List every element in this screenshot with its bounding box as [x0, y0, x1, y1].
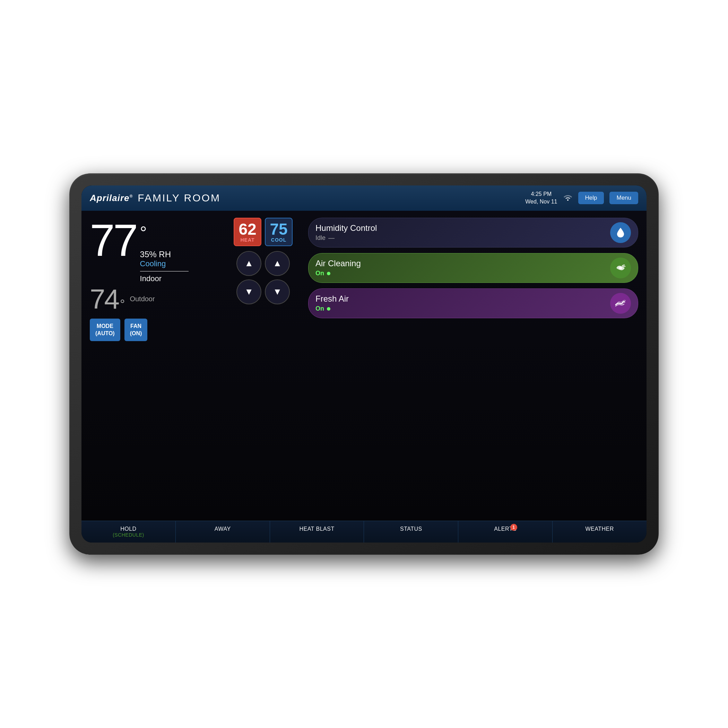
header-bar: Aprilaire® FAMILY ROOM 4:25 PM Wed, Nov … — [81, 185, 647, 211]
air-cleaning-card[interactable]: Air Cleaning On — [308, 253, 638, 283]
nav-status[interactable]: STATUS — [364, 521, 458, 543]
help-button[interactable]: Help — [578, 192, 604, 204]
header-right: 4:25 PM Wed, Nov 11 Help Menu — [525, 190, 638, 206]
fresh-air-icon — [610, 293, 631, 314]
indoor-temperature: 77 — [90, 218, 136, 263]
mode-buttons: MODE (AUTO) FAN (ON) — [90, 318, 222, 341]
room-name: FAMILY ROOM — [138, 192, 220, 204]
outdoor-label: Outdoor — [130, 295, 154, 303]
fresh-air-status-dot — [327, 307, 330, 310]
outdoor-temp-display: 74 ° Outdoor — [90, 285, 222, 313]
svg-point-0 — [619, 266, 622, 269]
humidity-value: 35% RH — [140, 249, 188, 259]
fresh-air-label: Fresh Air — [315, 294, 349, 304]
indoor-temp-display: 77 ° 35% RH Cooling Indoor — [90, 218, 222, 283]
temp-setpoints: 62 HEAT 75 COOL — [228, 218, 298, 246]
nav-heat-blast[interactable]: HEAT BLAST — [270, 521, 364, 543]
alert-badge: 1 — [510, 524, 517, 531]
humidity-icon — [610, 222, 631, 243]
humidity-status-row: Idle — — [315, 234, 377, 242]
indoor-info: 35% RH Cooling Indoor — [140, 243, 188, 283]
air-cleaning-label: Air Cleaning — [315, 258, 361, 268]
left-section: 77 ° 35% RH Cooling Indoor 74 ° Out — [90, 218, 222, 514]
humidity-control-card[interactable]: Humidity Control Idle — — [308, 218, 638, 248]
thermostat-device: Aprilaire® FAMILY ROOM 4:25 PM Wed, Nov … — [69, 173, 659, 555]
bottom-nav: HOLD (SCHEDULE) AWAY HEAT BLAST STATUS 1… — [81, 521, 647, 543]
air-cleaning-status: On — [315, 270, 324, 277]
mode-button[interactable]: MODE (AUTO) — [90, 318, 120, 341]
cool-down-button[interactable]: ▼ — [265, 280, 290, 304]
nav-weather[interactable]: WEATHER — [552, 521, 647, 543]
idle-icon: — — [328, 234, 335, 242]
main-content: 77 ° 35% RH Cooling Indoor 74 ° Out — [81, 211, 647, 521]
datetime-display: 4:25 PM Wed, Nov 11 — [525, 190, 557, 206]
divider — [140, 271, 188, 271]
heat-setpoint[interactable]: 62 HEAT — [234, 218, 262, 246]
header-left: Aprilaire® FAMILY ROOM — [90, 192, 220, 204]
heat-up-button[interactable]: ▲ — [236, 251, 262, 276]
fan-button[interactable]: FAN (ON) — [124, 318, 148, 341]
nav-hold[interactable]: HOLD (SCHEDULE) — [81, 521, 176, 543]
air-cleaning-status-dot — [327, 272, 330, 275]
hvac-status: Cooling — [140, 259, 188, 268]
nav-alerts[interactable]: 1 ALERTS — [458, 521, 552, 543]
air-cleaning-status-row: On — [315, 270, 361, 277]
arrow-controls: ▲ ▼ ▲ ▼ — [228, 251, 298, 304]
humidity-status: Idle — [315, 234, 326, 242]
cool-arrows: ▲ ▼ — [265, 251, 290, 304]
fresh-air-status: On — [315, 305, 324, 312]
air-cleaning-content: Air Cleaning On — [315, 258, 361, 277]
fresh-air-status-row: On — [315, 305, 349, 312]
indoor-temp-unit: ° — [140, 223, 188, 243]
menu-button[interactable]: Menu — [609, 192, 638, 204]
center-section: 62 HEAT 75 COOL ▲ ▼ ▲ ▼ — [228, 218, 298, 514]
outdoor-temp-unit: ° — [120, 297, 125, 312]
cool-setpoint[interactable]: 75 COOL — [265, 218, 292, 246]
device-screen: Aprilaire® FAMILY ROOM 4:25 PM Wed, Nov … — [81, 185, 647, 543]
heat-arrows: ▲ ▼ — [236, 251, 262, 304]
nav-away[interactable]: AWAY — [176, 521, 270, 543]
wifi-icon — [563, 193, 573, 203]
outdoor-temperature: 74 — [90, 285, 119, 313]
air-cleaning-icon — [610, 258, 631, 278]
cool-up-button[interactable]: ▲ — [265, 251, 290, 276]
humidity-content: Humidity Control Idle — — [315, 223, 377, 242]
heat-down-button[interactable]: ▼ — [236, 280, 262, 304]
right-section: Humidity Control Idle — — [305, 218, 638, 514]
humidity-label: Humidity Control — [315, 223, 377, 233]
brand-logo: Aprilaire® — [90, 193, 133, 203]
fresh-air-card[interactable]: Fresh Air On — [308, 288, 638, 318]
indoor-label: Indoor — [140, 274, 188, 283]
fresh-air-content: Fresh Air On — [315, 294, 349, 312]
